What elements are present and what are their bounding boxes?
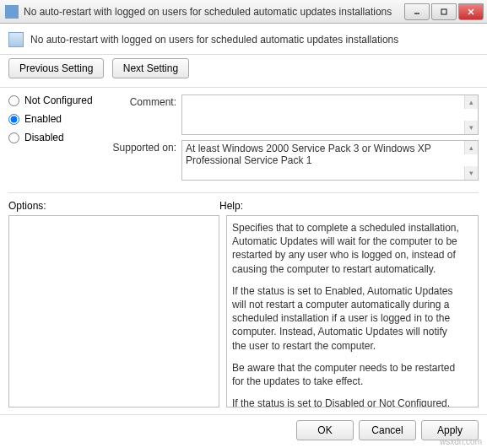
radio-disabled-label: Disabled: [24, 132, 64, 143]
help-panel[interactable]: Specifies that to complete a scheduled i…: [226, 215, 479, 408]
previous-setting-button[interactable]: Previous Setting: [8, 58, 104, 78]
radio-enabled-label: Enabled: [24, 113, 62, 125]
config-fields: Comment: ▴ ▾ Supported on: At least Wind…: [110, 94, 479, 186]
radio-not-configured-input[interactable]: [8, 95, 19, 106]
radio-enabled-input[interactable]: [8, 114, 19, 125]
options-panel: [8, 215, 219, 408]
scroll-up-icon[interactable]: ▴: [464, 141, 478, 154]
dialog-footer: OK Cancel Apply: [0, 414, 487, 445]
supported-row: Supported on: At least Windows 2000 Serv…: [110, 140, 479, 181]
state-radio-group: Not Configured Enabled Disabled: [8, 94, 110, 186]
section-labels: Options: Help:: [0, 197, 487, 215]
comment-textarea[interactable]: ▴ ▾: [181, 94, 479, 135]
help-paragraph: If the status is set to Enabled, Automat…: [232, 284, 463, 353]
next-setting-button[interactable]: Next Setting: [112, 58, 189, 78]
radio-disabled[interactable]: Disabled: [8, 132, 110, 143]
help-paragraph: Be aware that the computer needs to be r…: [232, 361, 463, 388]
ok-button[interactable]: OK: [296, 420, 354, 440]
radio-not-configured-label: Not Configured: [24, 94, 93, 106]
minimize-button[interactable]: [404, 3, 430, 20]
radio-disabled-input[interactable]: [8, 132, 19, 143]
window-controls: [403, 3, 484, 20]
comment-row: Comment: ▴ ▾: [110, 94, 479, 135]
cancel-button[interactable]: Cancel: [359, 420, 416, 440]
panels: Specifies that to complete a scheduled i…: [0, 215, 487, 413]
options-label: Options:: [8, 200, 219, 212]
help-label: Help:: [219, 200, 479, 212]
supported-on-box: At least Windows 2000 Service Pack 3 or …: [181, 140, 479, 181]
radio-not-configured[interactable]: Not Configured: [8, 94, 110, 106]
header-row: No auto-restart with logged on users for…: [0, 24, 487, 55]
comment-label: Comment:: [110, 94, 181, 108]
separator: [8, 192, 479, 193]
scroll-down-icon[interactable]: ▾: [464, 121, 478, 134]
supported-on-value: At least Windows 2000 Service Pack 3 or …: [186, 143, 431, 166]
scroll-down-icon[interactable]: ▾: [464, 166, 478, 180]
scroll-up-icon[interactable]: ▴: [464, 95, 478, 109]
window-titlebar: No auto-restart with logged on users for…: [0, 0, 487, 24]
policy-heading: No auto-restart with logged on users for…: [30, 34, 398, 46]
app-icon: [5, 5, 19, 19]
config-area: Not Configured Enabled Disabled Comment:…: [0, 88, 487, 189]
help-paragraph: If the status is set to Disabled or Not …: [232, 397, 463, 408]
close-button[interactable]: [458, 3, 484, 20]
help-paragraph: Specifies that to complete a scheduled i…: [232, 221, 463, 276]
watermark: wsxdn.com: [440, 437, 482, 446]
svg-rect-1: [441, 9, 446, 14]
maximize-button[interactable]: [431, 3, 457, 20]
policy-icon: [8, 32, 24, 47]
supported-label: Supported on:: [110, 140, 181, 154]
nav-buttons: Previous Setting Next Setting: [0, 55, 487, 88]
window-title: No auto-restart with logged on users for…: [24, 6, 403, 18]
radio-enabled[interactable]: Enabled: [8, 113, 110, 125]
